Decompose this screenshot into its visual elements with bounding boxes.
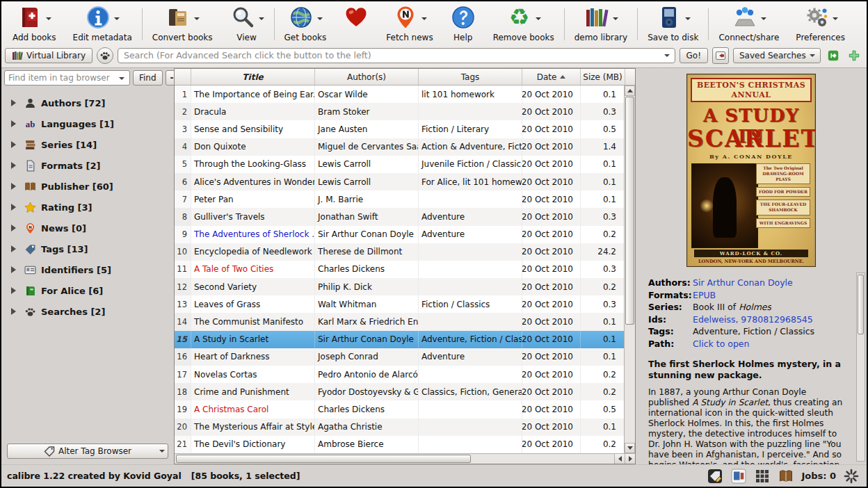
book-row-1[interactable]: 1The Importance of Being Ear...Oscar Wil… [175, 86, 635, 103]
book-row-17[interactable]: 17Novelas CortasPedro Antonio de Alarcón… [175, 366, 635, 383]
book-row-12[interactable]: 12Second VarietyPhilip K. Dick20 Oct 201… [175, 278, 635, 295]
book-row-16[interactable]: 16Heart of DarknessJoseph ConradAdventur… [175, 348, 635, 366]
book-row-18[interactable]: 18Crime and PunishmentFyodor Dostoyevsky… [175, 383, 635, 400]
dropdown-arrow-icon[interactable] [114, 17, 120, 23]
toolbar-button-preferences[interactable]: Preferences [787, 3, 853, 46]
scroll-right-button[interactable] [625, 454, 635, 464]
expand-arrow-icon[interactable] [11, 120, 19, 127]
toolbar-button-add-books[interactable]: Add books [4, 3, 65, 46]
column-header-size[interactable]: Size (MB) [581, 69, 625, 85]
toolbar-button-save-to-disk[interactable]: Save to disk [639, 3, 707, 46]
expand-arrow-icon[interactable] [11, 245, 19, 252]
book-row-15[interactable]: 15A Study in ScarletSir Arthur Conan Doy… [175, 331, 635, 348]
book-row-8[interactable]: 8Gulliver's TravelsJonathan SwiftAdventu… [175, 208, 635, 225]
ids-link[interactable]: Edelweiss, 9780812968545 [693, 314, 813, 326]
expand-arrow-icon[interactable] [11, 99, 19, 106]
column-header-title[interactable]: Title [191, 69, 315, 85]
tag-browser-item-publisher[interactable]: Publisher [60] [7, 176, 174, 197]
go-button[interactable]: Go! [680, 48, 708, 63]
tag-browser-item-searches[interactable]: Searches [2] [7, 301, 174, 322]
layout-tag-browser-toggle[interactable] [707, 468, 723, 485]
layout-cover-grid-toggle[interactable] [754, 468, 771, 485]
book-row-2[interactable]: 2DraculaBram Stoker20 Oct 20100.3 [175, 103, 635, 120]
book-row-10[interactable]: 10Encyclopedia of NeedleworkTherese de D… [175, 243, 635, 261]
tag-browser-item-news[interactable]: NNews [0] [7, 218, 174, 238]
tag-find-input[interactable] [5, 73, 116, 83]
dropdown-arrow-icon[interactable] [685, 17, 691, 23]
book-cover[interactable]: BEETON'S CHRISTMAS ANNUAL A STUDY IN SCA… [686, 74, 816, 267]
advanced-search-button[interactable] [97, 47, 113, 64]
book-row-7[interactable]: 7Peter PanJ. M. Barrie20 Oct 20100.1 [175, 190, 635, 208]
toolbar-button-convert-books[interactable]: Convert books [144, 3, 221, 46]
tag-browser-item-series[interactable]: Series [14] [7, 134, 174, 155]
toolbar-button-connect-share[interactable]: Connect/share [710, 3, 787, 46]
copy-saved-search-button[interactable] [825, 48, 842, 63]
toolbar-button-view[interactable]: View [221, 3, 273, 46]
details-scroll-thumb[interactable] [858, 275, 864, 334]
authors-link[interactable]: Sir Arthur Conan Doyle [693, 277, 793, 289]
scroll-left-button[interactable] [614, 454, 625, 464]
column-header-tags[interactable]: Tags [419, 69, 522, 85]
toolbar-button-fetch-news[interactable]: Fetch news [378, 3, 441, 46]
details-scrollbar[interactable] [856, 273, 865, 462]
jobs-counter[interactable]: Jobs: 0 [801, 471, 836, 481]
tag-find-arrow-icon[interactable] [119, 77, 124, 83]
expand-arrow-icon[interactable] [11, 287, 19, 294]
search-input[interactable] [118, 50, 661, 60]
expand-arrow-icon[interactable] [11, 162, 19, 169]
book-row-3[interactable]: 3Sense and SensibilityJane AustenFiction… [175, 120, 635, 138]
expand-arrow-icon[interactable] [11, 308, 19, 315]
layout-book-details-toggle[interactable] [778, 468, 794, 485]
scroll-down-button[interactable] [625, 443, 635, 453]
tag-browser-item-rating[interactable]: Rating [3] [7, 197, 174, 218]
book-row-6[interactable]: 6Alice's Adventures in Wonder...Lewis Ca… [175, 173, 635, 190]
book-row-4[interactable]: 4Don QuixoteMiguel de Cervantes Saa...Ac… [175, 138, 635, 156]
dropdown-arrow-icon[interactable] [761, 17, 766, 23]
expand-arrow-icon[interactable] [11, 141, 19, 148]
book-row-9[interactable]: 9The Adventures of Sherlock ...Sir Arthu… [175, 226, 635, 243]
toolbar-button-help[interactable]: Help [442, 3, 485, 46]
book-row-20[interactable]: 20The Mysterious Affair at StylesAgatha … [175, 418, 635, 436]
tag-browser-item-authors[interactable]: Authors [72] [7, 92, 174, 113]
toolbar-button-get-books[interactable]: Get books [276, 3, 335, 46]
horizontal-scrollbar[interactable] [175, 453, 635, 464]
horizontal-scroll-thumb[interactable] [176, 455, 471, 463]
virtual-library-button[interactable]: Virtual Library [5, 48, 93, 63]
book-row-5[interactable]: 5Through the Looking-GlassLewis CarrollJ… [175, 156, 635, 173]
jobs-spinner-icon[interactable] [843, 468, 860, 485]
alter-tag-browser-button[interactable]: Alter Tag Browser [7, 444, 168, 459]
tag-browser-item-formats[interactable]: Formats [2] [7, 155, 174, 176]
dropdown-arrow-icon[interactable] [613, 17, 618, 23]
expand-arrow-icon[interactable] [11, 204, 19, 211]
book-row-14[interactable]: 14The Communist ManifestoKarl Marx & Fri… [175, 313, 635, 330]
dropdown-arrow-icon[interactable] [317, 17, 323, 23]
toolbar-button-donate[interactable] [335, 3, 378, 46]
vertical-scrollbar[interactable] [624, 86, 635, 453]
dropdown-arrow-icon[interactable] [536, 17, 541, 23]
dropdown-arrow-icon[interactable] [46, 17, 51, 23]
clear-search-button[interactable] [712, 47, 729, 64]
saved-searches-combo[interactable]: Saved Searches [733, 48, 821, 63]
book-row-19[interactable]: 19A Christmas CarolCharles Dickens20 Oct… [175, 400, 635, 418]
tag-browser-item-for-alice[interactable]: For Alice [6] [7, 280, 174, 301]
tag-find-button[interactable]: Find [133, 70, 163, 86]
tag-browser-item-identifiers[interactable]: Identifiers [5] [7, 259, 174, 280]
vertical-scroll-thumb[interactable] [625, 97, 634, 325]
toolbar-button-remove-books[interactable]: ♻Remove books [485, 3, 563, 46]
column-header-authors[interactable]: Author(s) [315, 69, 419, 85]
book-row-11[interactable]: 11A Tale of Two CitiesCharles Dickens20 … [175, 261, 635, 278]
dropdown-arrow-icon[interactable] [259, 17, 264, 23]
expand-arrow-icon[interactable] [11, 266, 19, 273]
book-row-13[interactable]: 13Leaves of GrassWalt WhitmanFiction / C… [175, 295, 635, 313]
layout-cover-browser-toggle[interactable] [730, 468, 747, 485]
dropdown-arrow-icon[interactable] [194, 17, 200, 23]
formats-link[interactable]: EPUB [693, 289, 716, 302]
expand-arrow-icon[interactable] [11, 183, 19, 190]
scroll-up-button[interactable] [625, 86, 635, 96]
toolbar-button-edit-metadata[interactable]: Edit metadata [65, 3, 140, 46]
expand-arrow-icon[interactable] [11, 225, 19, 231]
book-row-21[interactable]: 21The Devil's DictionaryAmbrose Bierce20… [175, 436, 635, 453]
toolbar-button-library[interactable]: demo library [566, 3, 636, 46]
search-dropdown-arrow-icon[interactable] [664, 54, 670, 60]
tag-browser-item-tags[interactable]: Tags [13] [7, 238, 174, 259]
